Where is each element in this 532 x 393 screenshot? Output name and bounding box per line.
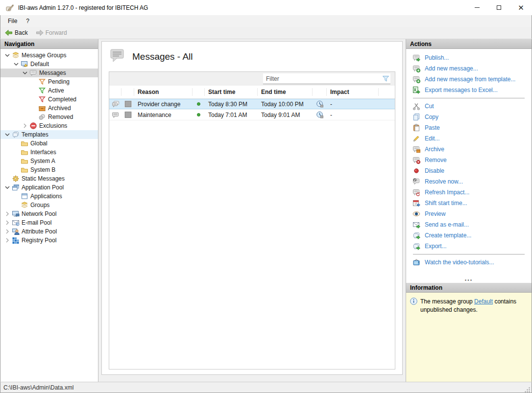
menu-help[interactable]: ?: [22, 16, 34, 26]
column-header-impact-icon[interactable]: [313, 88, 327, 96]
filter-funnel-icon[interactable]: [381, 75, 390, 82]
action-shift-start-time[interactable]: 17Shift start time...: [412, 198, 532, 208]
forward-button[interactable]: Forward: [33, 28, 70, 37]
expander-spacer: [12, 166, 20, 174]
action-publish[interactable]: Publish...: [412, 52, 532, 63]
tree-item-archived[interactable]: Archived: [0, 104, 98, 113]
tree-item-label: Default: [28, 61, 49, 68]
expander-open-icon[interactable]: [3, 131, 11, 139]
action-create-template[interactable]: Create template...: [412, 230, 532, 241]
tree-item-registry-pool[interactable]: Registry Pool: [0, 236, 98, 245]
tree-item-e-mail-pool[interactable]: E-mail Pool: [0, 218, 98, 227]
expander-closed-icon[interactable]: [3, 236, 11, 244]
expander-closed-icon[interactable]: [3, 210, 11, 218]
tree-item-message-groups[interactable]: Message Groups: [0, 51, 98, 60]
expander-open-icon[interactable]: [21, 69, 29, 77]
tree-item-interfaces[interactable]: Interfaces: [0, 148, 98, 157]
maximize-button[interactable]: [488, 0, 510, 15]
copy-icon: [412, 113, 420, 121]
message-row-provider-change[interactable]: Provider changeToday 8:30 PMToday 10:00 …: [109, 99, 395, 110]
expander-spacer: [12, 148, 20, 156]
action-send-as-e-mail[interactable]: Send as e-mail...: [412, 219, 532, 230]
action-label: Export...: [425, 243, 447, 250]
minimize-button[interactable]: [466, 0, 488, 15]
column-header-type[interactable]: [109, 88, 121, 96]
messages-icon: [29, 69, 37, 77]
tree-item-global[interactable]: Global: [0, 139, 98, 148]
back-label: Back: [15, 29, 28, 36]
action-preview[interactable]: Preview: [412, 208, 532, 219]
tree-item-label: Pending: [46, 78, 70, 85]
column-header-start-time[interactable]: Start time: [205, 88, 258, 96]
action-paste[interactable]: Paste: [412, 122, 532, 133]
tree-item-label: Active: [46, 87, 64, 94]
tree-item-label: Global: [28, 140, 48, 147]
tree-item-pending[interactable]: Pending: [0, 77, 98, 86]
expander-closed-icon[interactable]: [21, 122, 29, 130]
expander-spacer: [3, 175, 11, 183]
end-time-cell: Today 9:01 AM: [258, 112, 313, 118]
action-add-new-message-from-template[interactable]: Add new message from template...: [412, 74, 532, 85]
tree-item-messages[interactable]: Messages: [0, 69, 98, 77]
tree-item-groups[interactable]: Groups: [0, 201, 98, 209]
filter-input[interactable]: [263, 74, 381, 84]
default-group-link[interactable]: Default: [474, 298, 493, 305]
message-row-maintenance[interactable]: MaintenanceToday 7:01 AMToday 9:01 AM-: [109, 110, 395, 120]
action-export[interactable]: Export...: [412, 241, 532, 252]
resize-grip[interactable]: [524, 386, 531, 393]
action-label: Publish...: [425, 54, 449, 61]
title-bar: IBI-aws Admin 1.27.0 - registered for IB…: [0, 0, 532, 15]
tree-item-applications[interactable]: Applications: [0, 192, 98, 201]
action-cut[interactable]: Cut: [412, 101, 532, 112]
impact-clock-icon: [313, 100, 327, 108]
action-remove[interactable]: Remove: [412, 155, 532, 165]
action-disable[interactable]: Disable: [412, 165, 532, 176]
action-edit[interactable]: Edit...: [412, 133, 532, 144]
action-watch-the-video-tutorials[interactable]: Watch the video-tutorials...: [412, 257, 532, 268]
tree-item-application-pool[interactable]: Application Pool: [0, 183, 98, 192]
back-button[interactable]: Back: [2, 28, 31, 37]
email-pool-icon: [11, 219, 20, 227]
message-color-swatch: [121, 112, 134, 118]
column-header-reason[interactable]: Reason: [134, 88, 193, 96]
tree-item-attribute-pool[interactable]: Attribute Pool: [0, 227, 98, 236]
column-header-impact[interactable]: Impact: [327, 88, 379, 96]
action-copy[interactable]: Copy: [412, 112, 532, 122]
expander-open-icon[interactable]: [3, 51, 11, 59]
info-text-before: The message group: [420, 298, 474, 305]
action-add-new-message[interactable]: Add new message...: [412, 63, 532, 74]
action-export-messages-to-excel[interactable]: Export messages to Excel...: [412, 85, 532, 95]
tree-item-templates[interactable]: Templates: [0, 130, 98, 139]
tree-item-label: Completed: [46, 96, 76, 103]
tree-item-default[interactable]: Default: [0, 60, 98, 69]
column-header-filler[interactable]: [379, 88, 395, 96]
tree-item-active[interactable]: Active: [0, 86, 98, 95]
expander-closed-icon[interactable]: [3, 228, 11, 235]
expander-spacer: [12, 157, 20, 165]
tree-item-exclusions[interactable]: Exclusions: [0, 121, 98, 130]
expander-open-icon[interactable]: [12, 60, 20, 68]
tree-item-static-messages[interactable]: Static Messages: [0, 174, 98, 183]
information-panel: The message group Default contains unpub…: [406, 293, 532, 382]
column-header-color[interactable]: [121, 88, 134, 96]
edit-icon: [412, 135, 420, 142]
app-window: IBI-aws Admin 1.27.0 - registered for IB…: [0, 0, 532, 393]
menu-file[interactable]: File: [3, 16, 22, 26]
tree-item-completed[interactable]: Completed: [0, 95, 98, 104]
tree-item-removed[interactable]: Removed: [0, 113, 98, 121]
expander-closed-icon[interactable]: [3, 219, 11, 227]
action-archive[interactable]: Archive: [412, 144, 532, 155]
tree-item-system-b[interactable]: System B: [0, 165, 98, 174]
paste-icon: [412, 124, 420, 132]
add-message-template-icon: [412, 75, 420, 83]
column-header-status[interactable]: [193, 88, 205, 96]
close-button[interactable]: ✕: [510, 0, 532, 15]
column-header-end-time[interactable]: End time: [258, 88, 313, 96]
action-refresh-impact[interactable]: Refresh Impact...: [412, 187, 532, 198]
panel-splitter[interactable]: •••: [406, 278, 532, 283]
action-label: Shift start time...: [425, 200, 467, 207]
expander-open-icon[interactable]: [3, 184, 11, 191]
tree-item-system-a[interactable]: System A: [0, 157, 98, 165]
tree-item-network-pool[interactable]: Network Pool: [0, 209, 98, 218]
action-resolve-now[interactable]: Resolve now...: [412, 176, 532, 187]
